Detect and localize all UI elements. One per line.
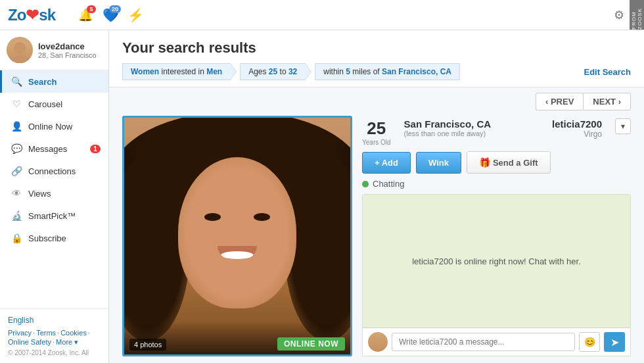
sidebar-item-subscribe[interactable]: 🔒 Subscribe [0, 227, 108, 249]
profile-details: 25 Years Old San Francisco, CA (less tha… [362, 116, 631, 356]
gift-icon: 🎁 [479, 157, 490, 168]
messages-badge: 1 [90, 145, 101, 153]
page-title: Your search results [122, 39, 631, 57]
sidebar-item-search[interactable]: 🔍 Search [0, 70, 108, 93]
sidebar-item-carousel[interactable]: ♡ Carousel [0, 93, 108, 115]
sidebar-links: Privacy · Terms · Cookies · Online Safet… [8, 329, 101, 347]
profile-info-header: 25 Years Old San Francisco, CA (less tha… [362, 116, 631, 146]
sidebar-item-connections[interactable]: 🔗 Connections [0, 160, 108, 182]
green-dot-icon [362, 181, 369, 187]
sidebar-item-online-now[interactable]: 👤 Online Now [0, 115, 108, 137]
settings-button[interactable]: ⚙ [614, 8, 624, 22]
username-label: love2dance [38, 41, 97, 51]
prev-chevron-icon: ‹ [545, 97, 548, 107]
sidebar-smartpick-label: SmartPick™ [28, 211, 76, 221]
more-link[interactable]: More ▾ [56, 338, 78, 347]
sidebar-messages-label: Messages [28, 144, 67, 154]
carousel-icon: ♡ [10, 99, 23, 109]
avatar [7, 37, 33, 63]
privacy-link[interactable]: Privacy [8, 329, 32, 337]
user-location-label: 28, San Francisco [38, 51, 97, 59]
sidebar-item-smartpick[interactable]: 🔬 SmartPick™ [0, 205, 108, 227]
sidebar-item-messages[interactable]: 💬 Messages 1 [0, 137, 108, 160]
sidebar-views-label: Views [28, 189, 51, 199]
location-city: San Francisco, CA [404, 118, 497, 130]
terms-link[interactable]: Terms [36, 329, 56, 337]
photo-count-badge: 4 photos [129, 339, 166, 351]
chat-input-area: 😊 ➤ [363, 327, 630, 356]
send-message-button[interactable]: ➤ [604, 332, 625, 352]
gift-button[interactable]: 🎁Send a Gift [467, 151, 551, 174]
sidebar-carousel-label: Carousel [28, 99, 62, 109]
sidebar-subscribe-label: Subscribe [28, 233, 66, 243]
wink-button[interactable]: Wink [416, 152, 461, 174]
search-icon: 🔍 [10, 76, 23, 87]
add-button[interactable]: + Add [362, 152, 411, 174]
sidebar: love2dance 28, San Francisco 🔍 Search ♡ … [0, 30, 109, 363]
cookies-link[interactable]: Cookies [60, 329, 87, 337]
main-content: Your search results Women interested in … [109, 30, 644, 363]
subscribe-icon: 🔒 [10, 233, 23, 243]
matches-btn[interactable]: 💙 20 [100, 5, 121, 25]
send-icon: ➤ [610, 336, 619, 349]
profile-sign: Virgo [509, 130, 602, 139]
copyright-label: © 2007-2014 Zoosk, Inc. All [8, 349, 101, 356]
logo[interactable]: Zo❤sk [8, 6, 55, 24]
sidebar-connections-label: Connections [28, 166, 76, 176]
user-info: love2dance 28, San Francisco [38, 41, 97, 59]
profile-username: leticia7200 [509, 118, 602, 130]
chat-message-input[interactable] [392, 333, 575, 351]
notifications-btn[interactable]: 🔔 5 [75, 5, 96, 25]
search-filters: Women interested in Men Ages 25 to 32 wi… [122, 63, 631, 80]
views-icon: 👁 [10, 188, 23, 199]
boost-btn[interactable]: ⚡ [125, 5, 146, 25]
sidebar-item-views[interactable]: 👁 Views [0, 182, 108, 205]
location-block: San Francisco, CA (less than one mile aw… [404, 118, 497, 137]
age-filter[interactable]: Ages 25 to 32 [240, 63, 306, 80]
chatting-status: Chatting [362, 179, 631, 189]
smartpick-icon: 🔬 [10, 210, 23, 221]
online-safety-link[interactable]: Online Safety [8, 338, 51, 347]
chat-online-message: leticia7200 is online right now! Chat wi… [363, 195, 630, 327]
profile-dropdown-button[interactable]: ▾ [615, 118, 631, 134]
avatar-face [7, 37, 33, 63]
next-chevron-icon: › [618, 97, 621, 107]
username-block: leticia7200 Virgo [509, 118, 602, 139]
age-label: Years Old [362, 139, 391, 146]
topbar-icons: 🔔 5 💙 20 ⚡ [75, 5, 146, 25]
sidebar-footer: English Privacy · Terms · Cookies · Onli… [0, 308, 108, 363]
matches-badge: 20 [109, 5, 121, 13]
chat-area: leticia7200 is online right now! Chat wi… [362, 194, 631, 356]
prev-button[interactable]: ‹ PREV [536, 93, 583, 110]
layout: love2dance 28, San Francisco 🔍 Search ♡ … [0, 30, 644, 363]
emoji-button[interactable]: 😊 [579, 332, 600, 352]
boost-icon: ⚡ [127, 7, 144, 23]
content-area: 4 photos ONLINE NOW 25 Years Old San Fra… [109, 116, 644, 363]
chat-user-avatar [368, 332, 388, 352]
emoji-icon: 😊 [584, 337, 595, 347]
edit-search-button[interactable]: Edit Search [584, 67, 631, 77]
online-now-badge: ONLINE NOW [277, 337, 345, 351]
next-button[interactable]: NEXT › [583, 93, 631, 110]
chatting-label: Chatting [373, 179, 404, 189]
age-block: 25 Years Old [362, 118, 391, 146]
connections-icon: 🔗 [10, 166, 23, 176]
location-distance: (less than one mile away) [404, 130, 497, 137]
user-profile[interactable]: love2dance 28, San Francisco [0, 30, 108, 70]
topbar: Zo❤sk 🔔 5 💙 20 ⚡ ⚙ FROM ZOOSK [0, 0, 644, 30]
notifications-badge: 5 [87, 5, 96, 13]
language-selector[interactable]: English [8, 316, 101, 325]
profile-photo [124, 118, 350, 354]
main-header: Your search results Women interested in … [109, 30, 644, 87]
gender-filter[interactable]: Women interested in Men [122, 63, 231, 80]
online-now-icon: 👤 [10, 121, 23, 132]
profile-actions: + Add Wink 🎁Send a Gift [362, 151, 631, 174]
profile-photo-card[interactable]: 4 photos ONLINE NOW [122, 116, 352, 356]
location-filter[interactable]: within 5 miles of San Francisco, CA [315, 63, 460, 80]
sidebar-search-label: Search [28, 77, 57, 87]
from-zoosk-label: FROM ZOOSK [630, 0, 644, 30]
age-number: 25 [362, 118, 391, 139]
photo-overlay: 4 photos ONLINE NOW [124, 322, 350, 354]
sidebar-online-label: Online Now [28, 122, 72, 132]
pagination-bar: ‹ PREV NEXT › [109, 87, 644, 116]
